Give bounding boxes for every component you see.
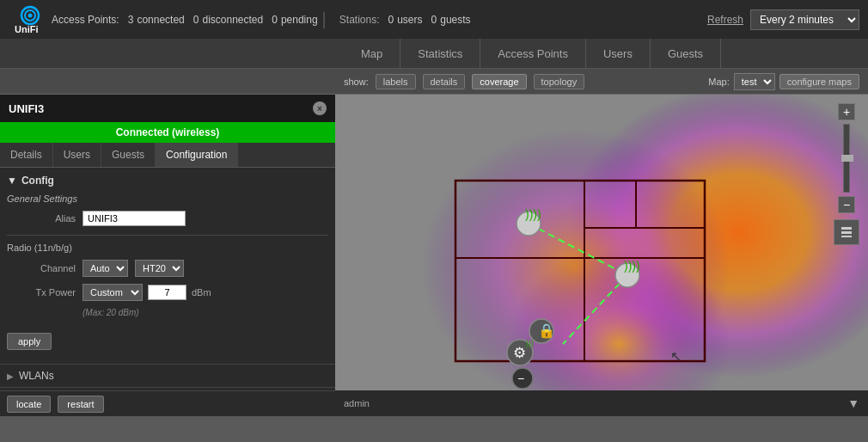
- txpower-row: Tx Power Custom High Medium Low dBm: [7, 284, 328, 301]
- ap-disconnected-sub: disconnected: [202, 14, 263, 26]
- tab-guests[interactable]: Guests: [651, 39, 721, 68]
- locate-btn[interactable]: locate: [7, 396, 51, 413]
- map-select[interactable]: test: [734, 73, 775, 90]
- ap-label: Access Points:: [52, 14, 119, 26]
- refresh-link[interactable]: Refresh: [707, 14, 743, 26]
- map-toolbar: show: labels details coverage topology M…: [0, 69, 868, 95]
- stations-users-sub: users: [397, 14, 422, 26]
- radio-section-title: Radio (11n/b/g): [7, 242, 328, 253]
- zoom-slider-track[interactable]: [843, 124, 850, 193]
- show-label: show:: [344, 77, 369, 87]
- panel-tab-configuration[interactable]: Configuration: [156, 143, 238, 167]
- channel-select[interactable]: Auto 1 6 11: [83, 260, 128, 277]
- wlans-label: WLANs: [19, 370, 54, 382]
- svg-rect-29: [841, 231, 852, 234]
- apply-row: apply: [7, 326, 328, 357]
- map-label: Map:: [708, 77, 729, 87]
- channel-row: Channel Auto 1 6 11 HT20 HT40: [7, 260, 328, 277]
- zoom-out-btn[interactable]: −: [838, 196, 855, 213]
- alias-row: Alias: [7, 211, 328, 226]
- svg-text:↖: ↖: [670, 349, 682, 364]
- config-arrow-icon: ▼: [7, 175, 17, 187]
- alias-input[interactable]: [83, 211, 186, 226]
- ap-disconnected-count: 0: [193, 14, 199, 26]
- txpower-label: Tx Power: [7, 287, 76, 298]
- ap-connected-group: 3 connected: [128, 14, 185, 26]
- svg-text:)))): )))): [624, 259, 640, 273]
- panel-header: UNIFI3 ×: [0, 95, 335, 122]
- tab-users[interactable]: Users: [586, 39, 651, 68]
- panel-close-btn[interactable]: ×: [313, 101, 327, 115]
- tab-access-points[interactable]: Access Points: [480, 39, 586, 68]
- ap-pending-sub: pending: [281, 14, 318, 26]
- panel-tab-guests[interactable]: Guests: [101, 143, 156, 167]
- admin-bar: admin ▼: [335, 390, 868, 416]
- svg-text:)))): )))): [525, 207, 541, 221]
- zoom-controls: + −: [834, 103, 859, 245]
- zoom-in-btn[interactable]: +: [838, 103, 855, 120]
- alias-label: Alias: [7, 213, 76, 224]
- stations-guests-group: 0 guests: [431, 14, 471, 26]
- map-layers-btn[interactable]: [834, 219, 859, 245]
- admin-label: admin: [344, 398, 370, 408]
- channel-label: Channel: [7, 263, 76, 273]
- svg-rect-28: [841, 227, 852, 230]
- svg-rect-30: [841, 236, 852, 237]
- stations-section: Stations: 0 users 0 guests: [331, 14, 471, 26]
- configure-maps-btn[interactable]: configure maps: [779, 74, 859, 89]
- stations-guests-count: 0: [431, 14, 437, 26]
- main-tab-bar: Map Statistics Access Points Users Guest…: [0, 39, 868, 69]
- connection-status-bar: Connected (wireless): [0, 122, 335, 143]
- config-section-header[interactable]: ▼ Config: [7, 175, 328, 187]
- config-section-title: Config: [21, 175, 54, 187]
- show-labels-btn[interactable]: labels: [376, 74, 416, 89]
- layers-icon: [840, 225, 853, 239]
- svg-text:🔒: 🔒: [538, 322, 555, 339]
- stations-users-group: 0 users: [388, 14, 423, 26]
- txpower-select[interactable]: Custom High Medium Low: [83, 284, 143, 301]
- svg-text:))): ))): [526, 339, 534, 347]
- logo: UniFi: [9, 3, 52, 37]
- radio-section: Radio (11n/b/g) Channel Auto 1 6 11 HT20…: [7, 235, 328, 317]
- wlans-arrow-icon: ▶: [7, 371, 14, 381]
- panel-bottom-bar: locate restart: [0, 390, 335, 416]
- zoom-slider-thumb[interactable]: [841, 155, 853, 162]
- general-settings-title: General Settings: [7, 193, 328, 204]
- stations-users-count: 0: [388, 14, 394, 26]
- ap-connected-count: 3: [128, 14, 134, 26]
- tab-map[interactable]: Map: [344, 39, 400, 68]
- top-bar: UniFi Access Points: 3 connected 0 disco…: [0, 0, 868, 39]
- heatmap-svg: )))) )))) 🔒 ⚙ ))) − ↖: [335, 95, 868, 416]
- map-label-area: Map: test configure maps: [708, 73, 859, 90]
- svg-text:−: −: [517, 371, 524, 385]
- svg-text:UniFi: UniFi: [15, 24, 39, 34]
- ap-pending-count: 0: [272, 14, 278, 26]
- tab-statistics[interactable]: Statistics: [400, 39, 480, 68]
- separator1: |: [322, 9, 327, 29]
- ap-connected-sub: connected: [137, 14, 184, 26]
- admin-bar-arrow-icon[interactable]: ▼: [847, 396, 859, 410]
- ht-select[interactable]: HT20 HT40: [135, 260, 184, 277]
- main-layout: UNIFI3 × Connected (wireless) Details Us…: [0, 95, 868, 416]
- ap-disconnected-group: 0 disconnected: [193, 14, 263, 26]
- show-coverage-btn[interactable]: coverage: [472, 74, 526, 89]
- panel-tab-details[interactable]: Details: [0, 143, 53, 167]
- svg-point-2: [28, 13, 32, 17]
- config-content: ▼ Config General Settings Alias Radio (1…: [0, 168, 335, 364]
- restart-btn[interactable]: restart: [58, 396, 103, 413]
- svg-text:⚙: ⚙: [513, 345, 526, 361]
- panel-tab-bar: Details Users Guests Configuration: [0, 143, 335, 168]
- txpower-unit: dBm: [192, 287, 211, 298]
- txpower-max-note: (Max: 20 dBm): [83, 308, 328, 317]
- txpower-value-input[interactable]: [148, 285, 186, 300]
- map-area[interactable]: )))) )))) 🔒 ⚙ ))) − ↖ + −: [335, 95, 868, 416]
- apply-btn[interactable]: apply: [7, 333, 52, 350]
- panel-title: UNIFI3: [9, 102, 44, 115]
- wlans-section[interactable]: ▶ WLANs: [0, 364, 335, 387]
- stations-label: Stations:: [339, 14, 380, 26]
- refresh-interval-select[interactable]: Every 2 minutes Every 5 minutes Every 10…: [750, 9, 859, 30]
- panel-tab-users[interactable]: Users: [53, 143, 101, 167]
- show-topology-btn[interactable]: topology: [534, 74, 585, 89]
- ap-stats-section: Access Points: 3 connected 0 disconnecte…: [52, 14, 318, 26]
- show-details-btn[interactable]: details: [423, 74, 466, 89]
